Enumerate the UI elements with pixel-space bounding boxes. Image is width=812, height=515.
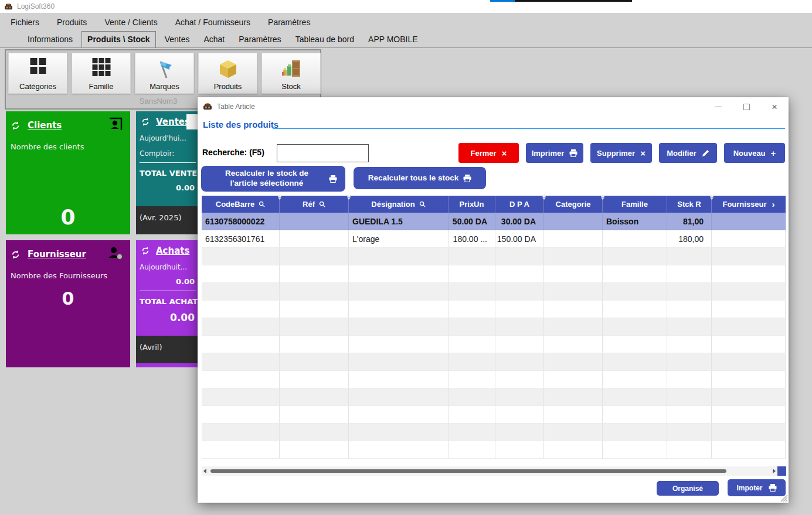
table-cell-empty	[667, 371, 712, 388]
tile-clients-value: 0	[6, 205, 130, 229]
organise-button[interactable]: Organisé	[657, 481, 719, 496]
tile-achats-link[interactable]: Achats	[156, 245, 189, 256]
recalc-all-label: Recalculer tous le stock	[368, 173, 459, 183]
table-cell-empty	[712, 301, 786, 318]
menu-item-vente-clients[interactable]: Vente / Clients	[101, 15, 161, 29]
table-cell-empty	[349, 388, 449, 406]
toolbar-button-marques[interactable]: Marques	[135, 53, 194, 94]
table-row-empty[interactable]	[202, 353, 786, 371]
toolbar-button-stock[interactable]: Stock	[261, 53, 321, 94]
recalc-all-button[interactable]: Recalculer tous le stock	[354, 167, 486, 189]
menu-item-fichiers[interactable]: Fichiers	[7, 15, 43, 29]
close-x-icon: ×	[502, 148, 507, 158]
table-row-empty[interactable]	[202, 248, 786, 265]
importer-button[interactable]: Impoter	[728, 479, 786, 496]
recalc-selected-button[interactable]: Recalculer le stock del'article sélectio…	[201, 166, 345, 192]
scroll-right-arrow-icon[interactable]	[773, 469, 776, 473]
modifier-button[interactable]: Modifier	[659, 143, 717, 163]
table-row-empty[interactable]	[202, 406, 786, 424]
scroll-left-arrow-icon[interactable]	[203, 469, 206, 473]
sort-caret[interactable]	[347, 195, 351, 200]
table-cell-empty	[603, 248, 667, 265]
dialog-titlebar[interactable]: Table Article ×	[198, 97, 789, 116]
menu-item-parametres[interactable]: Paramètres	[264, 15, 314, 29]
search-icon	[419, 201, 426, 207]
sort-caret[interactable]	[601, 195, 604, 200]
refresh-icon[interactable]	[11, 250, 21, 260]
cell-categorie	[544, 230, 603, 248]
cell-designation: GUEDILA 1.5	[349, 213, 449, 230]
table-row-empty[interactable]	[202, 371, 786, 388]
column-header-prixun[interactable]: PrixUn	[449, 196, 495, 213]
table-row-empty[interactable]	[202, 388, 786, 406]
column-header-ref[interactable]: Réf	[280, 196, 349, 213]
menu-item-achat-fournisseurs[interactable]: Achat / Fournisseurs	[172, 15, 254, 29]
scrollbar-thumb[interactable]	[210, 469, 726, 473]
column-header-stckr[interactable]: Stck R	[667, 196, 712, 213]
tab-app-mobile[interactable]: APP MOBILE	[363, 32, 423, 47]
imprimer-button[interactable]: Imprimer	[526, 143, 583, 163]
table-cell-empty	[349, 318, 449, 336]
table-cell-empty	[712, 441, 786, 459]
toolbar-button-categories[interactable]: Catégories	[8, 53, 67, 94]
column-header-dpa[interactable]: D P A	[495, 196, 544, 213]
sort-caret[interactable]	[278, 195, 281, 200]
table-row-empty[interactable]	[202, 318, 786, 336]
table-row-empty[interactable]	[202, 283, 786, 301]
tile-ventes-link[interactable]: Ventes	[156, 117, 190, 127]
table-cell-empty	[280, 388, 349, 406]
organise-label: Organisé	[672, 485, 703, 493]
chevron-right-icon[interactable]: ›	[772, 199, 775, 209]
achats-period: (Avril)	[136, 336, 199, 363]
scrollbar-corner	[777, 466, 786, 476]
tile-fournisseur-link[interactable]: Fournisseur	[28, 249, 86, 260]
tab-informations[interactable]: Informations	[22, 32, 78, 47]
table-row-selected[interactable]: 6130758000022 GUEDILA 1.5 50.00 DA 30.00…	[202, 213, 786, 230]
table-cell-empty	[202, 283, 280, 301]
table-row[interactable]: 6132356301761 L'orage 180.00 ... 150.00 …	[202, 230, 786, 248]
tab-ventes[interactable]: Ventes	[159, 32, 195, 47]
table-cell-empty	[202, 371, 280, 388]
toolbar-button-famille[interactable]: Famille	[72, 53, 131, 94]
maximize-button[interactable]	[733, 97, 759, 116]
table-cell-empty	[603, 301, 667, 318]
imprimer-label: Imprimer	[532, 149, 565, 158]
toolbar-button-produits[interactable]: Produits	[198, 53, 257, 94]
table-row-empty[interactable]	[202, 265, 786, 283]
column-header-categorie[interactable]: Categorie	[544, 196, 603, 213]
search-input[interactable]	[277, 144, 369, 162]
column-header-famille[interactable]: Famille	[603, 196, 667, 213]
fermer-button[interactable]: Fermer ×	[458, 143, 519, 163]
delete-x-icon: ×	[640, 148, 645, 158]
horizontal-scrollbar[interactable]	[202, 466, 777, 476]
table-row-empty[interactable]	[202, 301, 786, 318]
menu-item-produits[interactable]: Produits	[53, 15, 90, 29]
column-header-designation[interactable]: Désignation	[349, 196, 449, 213]
column-header-fournisseur[interactable]: Fournisseur ›	[712, 196, 786, 213]
sort-caret[interactable]	[710, 195, 714, 200]
sort-caret[interactable]	[542, 195, 546, 200]
table-row-empty[interactable]	[202, 424, 786, 441]
table-cell-empty	[495, 336, 544, 353]
table-cell-empty	[667, 265, 712, 283]
tile-clients-link[interactable]: Clients	[28, 120, 62, 131]
supprimer-button[interactable]: Supprimer ×	[590, 143, 652, 163]
refresh-icon[interactable]	[141, 117, 150, 127]
tab-parametres[interactable]: Paramètres	[233, 32, 286, 47]
tab-produits-stock[interactable]: Produits \ Stock	[81, 31, 156, 47]
minimize-button[interactable]	[705, 97, 731, 116]
table-cell-empty	[495, 248, 544, 265]
close-button[interactable]: ×	[762, 97, 787, 116]
tab-tableau-de-bord[interactable]: Tableau de bord	[290, 32, 359, 47]
table-row-empty[interactable]	[202, 441, 786, 459]
column-header-codebarre[interactable]: CodeBarre	[202, 196, 280, 213]
resize-grip[interactable]	[779, 493, 787, 502]
tab-achat[interactable]: Achat	[198, 32, 230, 47]
table-cell-empty	[544, 424, 603, 441]
nouveau-button[interactable]: Nouveau +	[724, 143, 785, 163]
table-row-empty[interactable]	[202, 336, 786, 353]
refresh-icon[interactable]	[141, 246, 150, 255]
importer-label: Impoter	[736, 484, 762, 492]
table-cell-empty	[449, 283, 495, 301]
refresh-icon[interactable]	[11, 121, 21, 131]
